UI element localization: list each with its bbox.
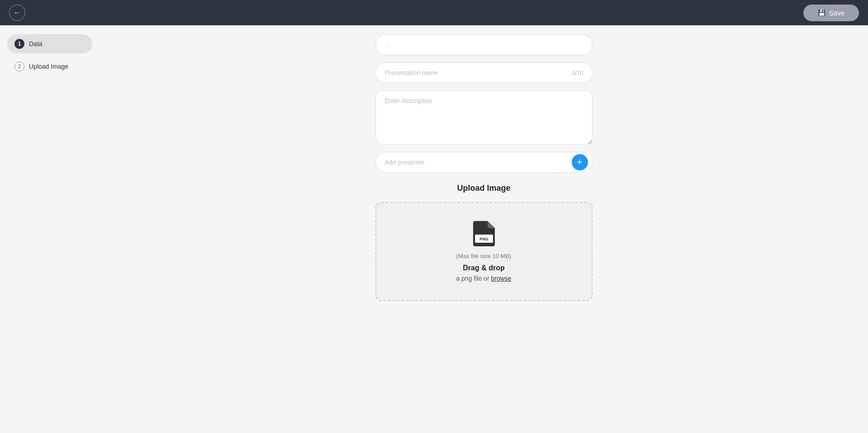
- top-input-field[interactable]: [375, 34, 593, 55]
- main-layout: 1 Data 2 Upload Image 0/70: [0, 25, 868, 433]
- content-area: 0/70 + Upload Image PNG: [100, 25, 868, 433]
- step-badge-2: 2: [14, 61, 24, 71]
- sidebar-item-upload-image[interactable]: 2 Upload Image: [7, 57, 92, 76]
- plus-icon: +: [577, 157, 583, 167]
- upload-dropzone[interactable]: PNG (Max file size 10 MB) Drag & drop a …: [375, 202, 593, 301]
- top-input-wrapper: [375, 34, 593, 55]
- add-presenter-button[interactable]: +: [572, 154, 588, 170]
- png-file-icon: PNG: [473, 221, 495, 246]
- browse-prefix: a png file or: [456, 275, 489, 282]
- browse-text: a png file or browse: [456, 275, 511, 282]
- presentation-name-wrapper: 0/70: [375, 62, 593, 83]
- description-textarea[interactable]: [375, 90, 593, 145]
- max-size-text: (Max file size 10 MB): [456, 253, 511, 259]
- sidebar: 1 Data 2 Upload Image: [0, 25, 100, 433]
- char-count: 0/70: [572, 70, 583, 76]
- browse-link[interactable]: browse: [491, 275, 511, 282]
- save-button-label: Save: [829, 9, 844, 17]
- back-arrow-icon: ←: [14, 9, 21, 17]
- sidebar-item-label-data: Data: [29, 40, 43, 47]
- step-badge-1: 1: [14, 39, 24, 49]
- drag-drop-text: Drag & drop: [463, 264, 504, 272]
- sidebar-item-data[interactable]: 1 Data: [7, 34, 92, 53]
- svg-text:PNG: PNG: [479, 237, 489, 241]
- presentation-name-input[interactable]: [375, 62, 593, 83]
- save-icon: 💾: [818, 9, 825, 16]
- back-button[interactable]: ←: [9, 5, 25, 21]
- form-section: 0/70 +: [375, 34, 593, 173]
- sidebar-item-label-upload-image: Upload Image: [29, 63, 68, 70]
- header: ← 💾 Save: [0, 0, 868, 25]
- upload-section-title: Upload Image: [457, 184, 510, 193]
- presenter-input[interactable]: [375, 152, 593, 173]
- upload-section: Upload Image PNG (Max file size 10 MB) D…: [375, 184, 593, 301]
- save-button[interactable]: 💾 Save: [803, 5, 859, 21]
- presenter-wrapper: +: [375, 152, 593, 173]
